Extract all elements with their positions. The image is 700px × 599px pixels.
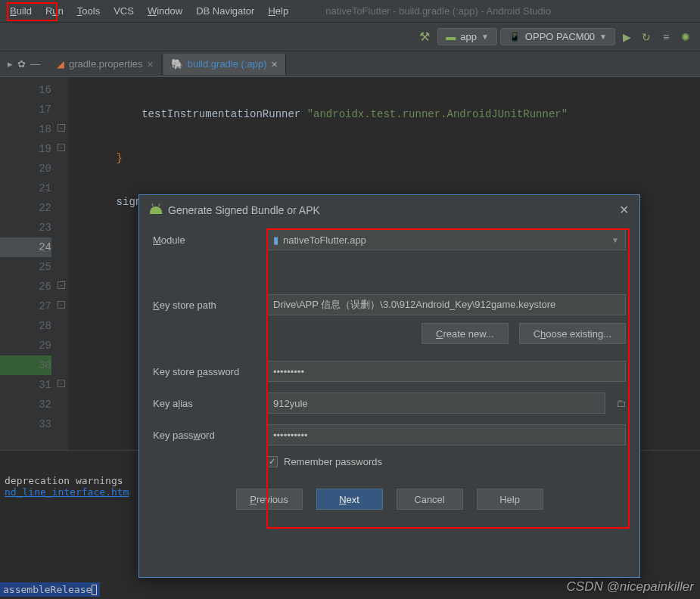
folder-icon[interactable]: 🗀	[616, 398, 626, 409]
menu-window[interactable]: Window	[141, 2, 189, 20]
keystore-password-field[interactable]: •••••••••	[266, 361, 626, 382]
menu-vcs[interactable]: VCS	[107, 2, 141, 20]
project-title: nativeToFlutter - build.gradle (:app) - …	[325, 5, 551, 17]
menu-build[interactable]: Build	[3, 2, 39, 20]
menu-bar: Build Run Tools VCS Window DB Navigator …	[0, 0, 700, 23]
keystore-path-field[interactable]: Drive\APP 信息（误删）\3.0\912Android_Key\912g…	[266, 294, 626, 315]
menu-tools[interactable]: Tools	[70, 2, 107, 20]
dialog-titlebar: Generate Signed Bundle or APK ✕	[139, 195, 639, 225]
close-icon[interactable]: ×	[148, 58, 154, 70]
build-icon[interactable]: ⚒	[419, 29, 430, 44]
menu-run[interactable]: Run	[39, 2, 70, 20]
next-button[interactable]: Next	[316, 489, 383, 510]
keystore-path-label: Key store path	[153, 300, 266, 311]
key-alias-label: Key alias	[153, 398, 266, 409]
close-icon[interactable]: ✕	[619, 203, 629, 217]
profile-icon[interactable]: ≡	[658, 29, 674, 45]
generate-signed-dialog: Generate Signed Bundle or APK ✕ Module ▮…	[138, 194, 640, 578]
cancel-button[interactable]: Cancel	[397, 489, 463, 510]
remember-checkbox[interactable]: ✓	[266, 456, 278, 467]
phone-icon: 📱	[509, 31, 521, 42]
back-icon[interactable]: ▸	[8, 58, 13, 70]
key-alias-field[interactable]: 912yule	[266, 393, 605, 414]
tab-gradle-properties[interactable]: ◢ gradle.properties ×	[49, 54, 162, 75]
chevron-down-icon: ▼	[611, 236, 619, 244]
android-icon: ▬	[446, 31, 456, 42]
module-select[interactable]: ▮nativeToFlutter.app ▼	[266, 229, 626, 250]
file-icon: ◢	[57, 58, 64, 70]
run-config-selector[interactable]: ▬ app▼	[437, 28, 497, 45]
keystore-password-label: Key store password	[153, 366, 266, 377]
close-icon[interactable]: ×	[272, 58, 278, 70]
remember-label: Remember passwords	[284, 456, 382, 467]
watermark: CSDN @nicepainkiller	[567, 579, 694, 594]
gear-icon[interactable]: ✿	[17, 58, 26, 70]
docs-link[interactable]: nd_line_interface.htm	[5, 486, 129, 498]
gradle-icon: 🐘	[171, 58, 183, 70]
minimize-icon[interactable]: —	[30, 58, 40, 70]
module-label: Module	[153, 234, 266, 246]
tab-build-gradle[interactable]: 🐘 build.gradle (:app) ×	[163, 54, 286, 75]
menu-help[interactable]: Help	[261, 2, 295, 20]
menu-dbnav[interactable]: DB Navigator	[189, 2, 261, 20]
previous-button[interactable]: Previous	[236, 489, 303, 510]
help-button[interactable]: Help	[477, 489, 543, 510]
device-selector[interactable]: 📱 OPPO PACM00▼	[500, 28, 615, 45]
run-icon[interactable]: ▶	[618, 29, 635, 45]
key-password-label: Key password	[153, 430, 266, 441]
editor-tabs: ▸ ✿ — ◢ gradle.properties × 🐘 build.grad…	[0, 51, 700, 77]
apply-changes-icon[interactable]: ↻	[638, 29, 655, 45]
module-icon: ▮	[273, 234, 278, 246]
create-new-button[interactable]: Create new...	[422, 323, 509, 344]
debug-icon[interactable]: ✺	[677, 29, 694, 45]
dialog-title: Generate Signed Bundle or APK	[168, 204, 320, 216]
line-gutter: 161718-19- 20212223 242526-27- 28293031-…	[0, 77, 68, 478]
android-icon	[150, 206, 162, 214]
choose-existing-button[interactable]: Choose existing...	[519, 323, 626, 344]
command-line: assembleRelease	[0, 582, 100, 597]
toolbar: ⚒ ▬ app▼ 📱 OPPO PACM00▼ ▶ ↻ ≡ ✺	[0, 23, 700, 51]
key-password-field[interactable]: ••••••••••	[266, 424, 626, 445]
